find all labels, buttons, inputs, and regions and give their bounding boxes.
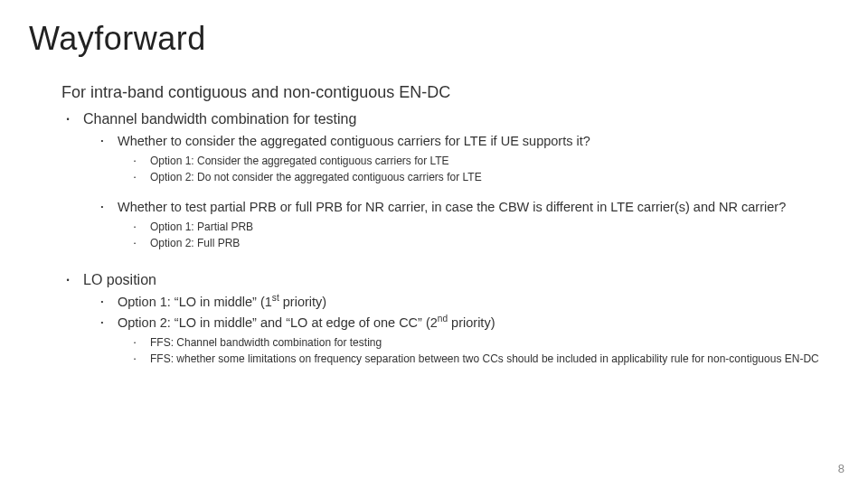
bullet-text: Option 1: “LO in middle” (1st priority) (118, 294, 835, 311)
bullet-text: FFS: Channel bandwidth combination for t… (150, 335, 835, 350)
bullet-lo-opt1: • Option 1: “LO in middle” (1st priority… (96, 294, 835, 311)
bullet-ffs-2: • FFS: whether some limitations on frequ… (128, 352, 835, 366)
text-post: priority) (448, 315, 495, 330)
bullet-text: Option 2: Do not consider the aggregated… (150, 170, 835, 184)
text-pre: Option 2: “LO in middle” and “LO at edge… (118, 315, 438, 330)
bullet-text: Option 2: “LO in middle” and “LO at edge… (118, 314, 835, 332)
bullet-icon: • (128, 154, 141, 164)
bullet-icon: • (96, 294, 108, 305)
bullet-text: Whether to consider the aggregated conti… (118, 133, 835, 150)
bullet-text: Option 1: Partial PRB (150, 220, 835, 234)
bullet-ffs-1: • FFS: Channel bandwidth combination for… (128, 335, 835, 350)
bullet-text: LO position (83, 272, 835, 288)
bullet-text: Whether to test partial PRB or full PRB … (118, 199, 835, 216)
bullet-icon: • (128, 220, 141, 230)
bullet-text: Channel bandwidth combination for testin… (83, 111, 835, 127)
bullet-text: Option 1: Consider the aggregated contig… (150, 154, 835, 168)
bullet-prb-opt2: • Option 2: Full PRB (128, 236, 835, 250)
bullet-prb-opt1: • Option 1: Partial PRB (128, 220, 835, 234)
bullet-prb-q: • Whether to test partial PRB or full PR… (96, 199, 835, 216)
bullet-icon: • (128, 352, 141, 361)
bullet-agg-opt2: • Option 2: Do not consider the aggregat… (128, 170, 835, 184)
bullet-text: FFS: whether some limitations on frequen… (150, 352, 835, 366)
bullet-icon: • (128, 335, 141, 345)
text-post: priority) (279, 295, 326, 309)
bullet-icon: • (61, 272, 74, 285)
slide: Wayforward For intra-band contiguous and… (0, 0, 868, 488)
bullet-channel-bandwidth: • Channel bandwidth combination for test… (61, 111, 835, 127)
bullet-icon: • (128, 170, 141, 180)
section-heading: For intra-band contiguous and non-contig… (61, 83, 835, 102)
spacer (29, 186, 835, 199)
ordinal-sup: st (272, 294, 279, 304)
page-number: 8 (838, 462, 844, 475)
bullet-text: Option 2: Full PRB (150, 236, 835, 250)
text-pre: Option 1: “LO in middle” (1 (118, 295, 272, 309)
bullet-icon: • (96, 314, 108, 326)
bullet-icon: • (96, 133, 108, 145)
bullet-agg-carriers-q: • Whether to consider the aggregated con… (96, 133, 835, 150)
page-title: Wayforward (29, 20, 835, 58)
bullet-agg-opt1: • Option 1: Consider the aggregated cont… (128, 154, 835, 168)
bullet-icon: • (128, 236, 141, 246)
spacer (29, 252, 835, 272)
ordinal-sup: nd (438, 314, 448, 324)
bullet-icon: • (61, 111, 74, 124)
bullet-lo-opt2: • Option 2: “LO in middle” and “LO at ed… (96, 314, 835, 332)
bullet-lo-position: • LO position (61, 272, 835, 288)
bullet-icon: • (96, 199, 108, 211)
